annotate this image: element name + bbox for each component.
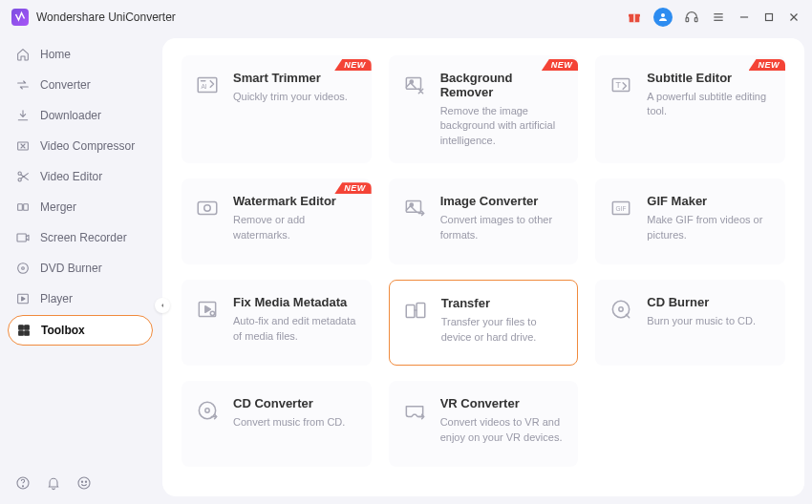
- card-body: Subtitle EditorA powerful subtitle editi…: [647, 71, 772, 119]
- tool-card-gif-maker[interactable]: GIFGIF MakerMake GIF from videos or pict…: [595, 178, 785, 264]
- convert-icon: [15, 77, 31, 93]
- svg-point-19: [18, 263, 29, 274]
- sidebar-item-label: Video Compressor: [40, 139, 135, 153]
- app-logo-icon: [11, 9, 29, 26]
- minimize-button[interactable]: [737, 10, 751, 24]
- tool-card-transfer[interactable]: TransferTransfer your files to device or…: [389, 280, 579, 366]
- sidebar-item-home[interactable]: Home: [8, 40, 153, 69]
- record-icon: [15, 230, 31, 245]
- card-title: Image Converter: [440, 194, 566, 208]
- download-icon: [15, 108, 31, 123]
- vr-converter-icon: [402, 398, 427, 423]
- sidebar-item-video-compressor[interactable]: Video Compressor: [8, 132, 153, 160]
- sidebar-item-label: Screen Recorder: [40, 231, 127, 244]
- card-title: GIF Maker: [647, 194, 772, 208]
- svg-text:GIF: GIF: [616, 205, 627, 212]
- menu-icon[interactable]: [711, 10, 726, 25]
- cd-burner-icon: [609, 297, 633, 322]
- card-desc: Quickly trim your videos.: [233, 90, 358, 104]
- help-icon[interactable]: [15, 475, 31, 491]
- svg-rect-2: [633, 14, 634, 23]
- user-avatar-icon[interactable]: [653, 8, 673, 27]
- card-title: Smart Trimmer: [233, 71, 358, 85]
- sidebar-item-converter[interactable]: Converter: [8, 71, 153, 99]
- close-button[interactable]: [787, 10, 801, 24]
- svg-point-48: [619, 307, 623, 311]
- compress-icon: [15, 138, 31, 154]
- card-desc: Convert videos to VR and enjoy on your V…: [440, 415, 566, 445]
- tool-card-smart-trimmer[interactable]: NEWAISmart TrimmerQuickly trim your vide…: [182, 55, 372, 163]
- new-badge: NEW: [749, 59, 786, 71]
- sidebar-item-label: Home: [40, 48, 71, 61]
- svg-rect-10: [766, 14, 773, 21]
- app-title: Wondershare UniConverter: [36, 10, 176, 24]
- svg-rect-4: [686, 18, 689, 22]
- play-icon: [15, 291, 31, 306]
- headset-icon[interactable]: [684, 10, 699, 25]
- sidebar-item-label: Toolbox: [41, 324, 85, 337]
- new-badge: NEW: [334, 59, 372, 71]
- svg-point-38: [204, 205, 211, 212]
- tool-card-cd-converter[interactable]: CD ConverterConvert music from CD.: [182, 381, 372, 467]
- svg-rect-37: [198, 202, 217, 215]
- svg-rect-33: [406, 77, 420, 89]
- tool-card-background-remover[interactable]: NEWBackground RemoverRemove the image ba…: [389, 55, 579, 163]
- sidebar-collapse-button[interactable]: [155, 298, 170, 313]
- feedback-icon[interactable]: [76, 475, 92, 491]
- sidebar-item-player[interactable]: Player: [8, 284, 153, 313]
- titlebar-right: [627, 8, 801, 27]
- card-title: CD Burner: [647, 295, 772, 309]
- tool-card-cd-burner[interactable]: CD BurnerBurn your music to CD.: [595, 280, 785, 366]
- svg-point-27: [22, 486, 23, 487]
- main-panel: NEWAISmart TrimmerQuickly trim your vide…: [162, 38, 804, 496]
- bell-icon[interactable]: [46, 475, 61, 491]
- sidebar-item-video-editor[interactable]: Video Editor: [8, 162, 153, 191]
- titlebar-left: Wondershare UniConverter: [11, 9, 176, 26]
- smart-trimmer-icon: AI: [195, 73, 220, 97]
- sidebar-item-screen-recorder[interactable]: Screen Recorder: [8, 223, 153, 252]
- card-body: CD ConverterConvert music from CD.: [233, 396, 358, 430]
- fix-media-metadata-icon: [195, 297, 220, 322]
- sidebar-item-label: DVD Burner: [40, 262, 102, 275]
- sidebar-item-dvd-burner[interactable]: DVD Burner: [8, 254, 153, 283]
- svg-rect-22: [19, 326, 24, 330]
- transfer-icon: [403, 298, 428, 323]
- svg-point-28: [78, 477, 90, 489]
- svg-rect-18: [17, 234, 26, 242]
- body: HomeConverterDownloaderVideo CompressorV…: [0, 34, 812, 504]
- tool-grid: NEWAISmart TrimmerQuickly trim your vide…: [182, 55, 785, 467]
- tool-card-watermark-editor[interactable]: NEWWatermark EditorRemove or add waterma…: [182, 178, 372, 264]
- sidebar-item-downloader[interactable]: Downloader: [8, 101, 153, 130]
- sidebar-item-toolbox[interactable]: Toolbox: [8, 315, 153, 346]
- sidebar-item-merger[interactable]: Merger: [8, 193, 153, 221]
- card-title: Watermark Editor: [233, 194, 358, 208]
- svg-point-50: [205, 409, 209, 412]
- card-title: Subtitle Editor: [647, 71, 772, 85]
- card-desc: Transfer your files to device or hard dr…: [441, 315, 565, 345]
- tool-card-image-converter[interactable]: Image ConverterConvert images to other f…: [389, 178, 579, 264]
- sidebar-item-label: Player: [40, 292, 73, 305]
- maximize-button[interactable]: [762, 10, 776, 24]
- svg-rect-5: [694, 18, 697, 22]
- card-desc: Remove the image background with artific…: [440, 104, 566, 148]
- card-body: Smart TrimmerQuickly trim your videos.: [233, 71, 358, 104]
- card-desc: Convert music from CD.: [233, 415, 358, 430]
- tool-card-vr-converter[interactable]: VR ConverterConvert videos to VR and enj…: [389, 381, 579, 467]
- svg-point-44: [210, 311, 214, 315]
- svg-rect-45: [406, 305, 415, 318]
- home-icon: [15, 47, 31, 62]
- card-title: Background Remover: [440, 71, 566, 99]
- new-badge: NEW: [542, 59, 579, 71]
- gift-icon[interactable]: [627, 10, 642, 25]
- svg-rect-46: [417, 304, 425, 318]
- sidebar-item-label: Converter: [40, 78, 91, 92]
- svg-rect-25: [25, 331, 30, 336]
- card-desc: Make GIF from videos or pictures.: [647, 213, 772, 242]
- card-desc: Auto-fix and edit metadata of media file…: [233, 314, 358, 344]
- tool-card-subtitle-editor[interactable]: NEWTSubtitle EditorA powerful subtitle e…: [595, 55, 785, 163]
- tool-card-fix-media-metadata[interactable]: Fix Media MetadataAuto-fix and edit meta…: [182, 280, 372, 366]
- card-desc: Remove or add watermarks.: [233, 213, 358, 242]
- card-body: VR ConverterConvert videos to VR and enj…: [440, 396, 566, 445]
- card-title: Transfer: [441, 296, 565, 310]
- toolbox-icon: [16, 323, 32, 338]
